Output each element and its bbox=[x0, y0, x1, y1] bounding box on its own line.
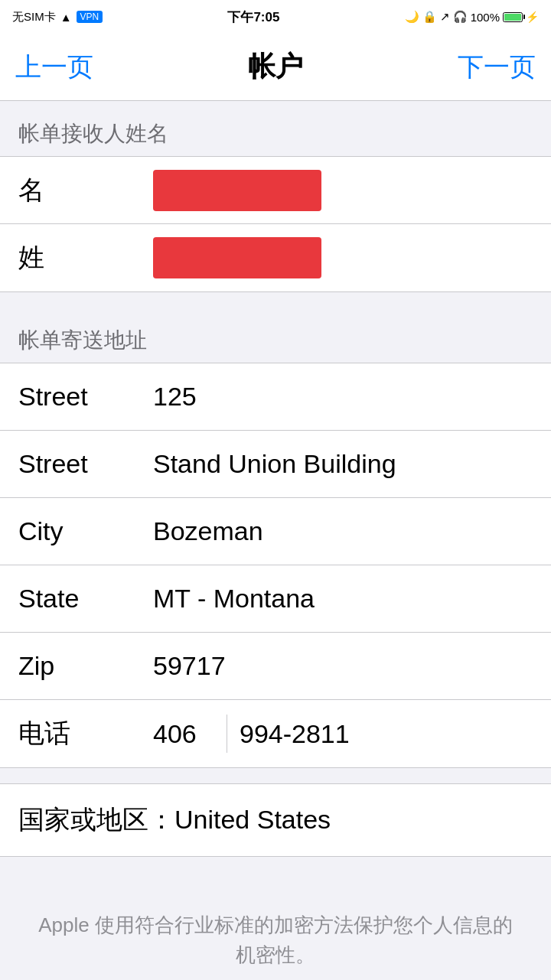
nav-arrow-icon: ↗ bbox=[440, 10, 450, 24]
battery-icon bbox=[503, 12, 523, 22]
status-left: 无SIM卡 ▲ VPN bbox=[12, 10, 103, 24]
country-label: 国家或地区： bbox=[18, 805, 174, 834]
page-title: 帐户 bbox=[248, 48, 303, 86]
phone-row: 电话 406 994-2811 bbox=[0, 700, 551, 767]
phone-number: 994-2811 bbox=[240, 719, 350, 749]
last-name-label: 姓 bbox=[18, 240, 141, 275]
street2-value: Stand Union Building bbox=[141, 449, 533, 479]
vpn-badge: VPN bbox=[77, 11, 103, 23]
street1-row: Street 125 bbox=[0, 363, 551, 431]
phone-label: 电话 bbox=[18, 716, 141, 751]
country-value: United States bbox=[174, 805, 331, 834]
zip-row: Zip 59717 bbox=[0, 633, 551, 700]
prev-page-button[interactable]: 上一页 bbox=[15, 50, 93, 85]
street1-label: Street bbox=[18, 382, 141, 412]
moon-icon: 🌙 bbox=[405, 10, 419, 24]
charging-icon: ⚡ bbox=[526, 11, 539, 23]
billing-name-group: 名 姓 bbox=[0, 156, 551, 292]
status-time: 下午7:05 bbox=[227, 8, 279, 26]
billing-name-header: 帐单接收人姓名 bbox=[0, 101, 551, 156]
wifi-icon: ▲ bbox=[60, 11, 72, 24]
last-name-row: 姓 bbox=[0, 224, 551, 291]
street2-row: Street Stand Union Building bbox=[0, 431, 551, 498]
lock-icon: 🔒 bbox=[422, 10, 437, 24]
billing-address-header: 帐单寄送地址 bbox=[0, 308, 551, 363]
state-label: State bbox=[18, 584, 141, 614]
city-label: City bbox=[18, 516, 141, 546]
first-name-label: 名 bbox=[18, 173, 141, 208]
zip-value: 59717 bbox=[141, 651, 533, 681]
status-right: 🌙 🔒 ↗ 🎧 100% ⚡ bbox=[405, 10, 539, 24]
street1-value: 125 bbox=[141, 382, 533, 412]
phone-area-code: 406 bbox=[153, 719, 214, 749]
street2-label: Street bbox=[18, 449, 141, 479]
last-name-input[interactable] bbox=[153, 237, 321, 278]
zip-label: Zip bbox=[18, 651, 141, 681]
billing-address-group: Street 125 Street Stand Union Building C… bbox=[0, 363, 551, 768]
city-row: City Bozeman bbox=[0, 498, 551, 565]
state-row: State MT - Montana bbox=[0, 565, 551, 633]
first-name-row: 名 bbox=[0, 157, 551, 224]
next-page-button[interactable]: 下一页 bbox=[458, 50, 536, 85]
country-section: 国家或地区：United States bbox=[0, 783, 551, 857]
city-value: Bozeman bbox=[141, 516, 533, 546]
nav-bar: 上一页 帐户 下一页 bbox=[0, 34, 551, 101]
state-value: MT - Montana bbox=[141, 584, 533, 614]
phone-divider bbox=[227, 715, 227, 753]
status-bar: 无SIM卡 ▲ VPN 下午7:05 🌙 🔒 ↗ 🎧 100% ⚡ bbox=[0, 0, 551, 34]
battery-label: 100% bbox=[471, 11, 500, 24]
first-name-input[interactable] bbox=[153, 170, 321, 211]
headphones-icon: 🎧 bbox=[453, 10, 468, 24]
footer-note: Apple 使用符合行业标准的加密方法保护您个人信息的机密性。 bbox=[0, 887, 551, 980]
carrier-label: 无SIM卡 bbox=[12, 10, 56, 24]
